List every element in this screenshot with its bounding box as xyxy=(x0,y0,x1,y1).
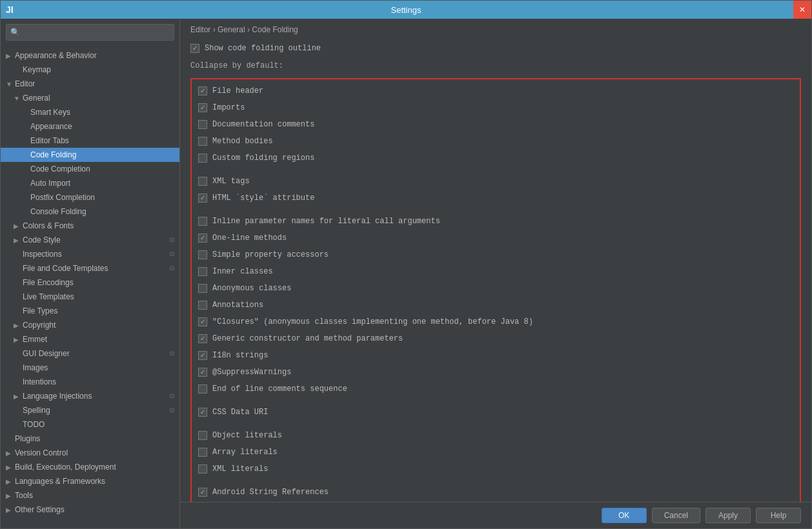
checkbox-file-header[interactable] xyxy=(198,86,207,95)
checkbox-xml-tags[interactable] xyxy=(198,177,207,186)
sidebar-item-build-exec-deploy[interactable]: ▶Build, Execution, Deployment xyxy=(1,460,179,474)
checkbox-xml-literals[interactable] xyxy=(198,464,207,474)
search-icon: 🔍 xyxy=(10,28,20,37)
checkbox-one-line-methods[interactable] xyxy=(198,234,207,243)
sidebar-item-appearance-behavior[interactable]: ▶Appearance & Behavior xyxy=(1,48,179,63)
sidebar-item-version-control[interactable]: ▶Version Control xyxy=(1,446,179,460)
checkbox-simple-property[interactable] xyxy=(198,250,207,259)
sidebar-item-keymap[interactable]: Keymap xyxy=(1,63,179,77)
search-box[interactable]: 🔍 xyxy=(6,24,174,41)
tree-arrow-icon: ▶ xyxy=(6,492,14,499)
option-row-doc-comments: Documentation comments xyxy=(198,118,793,131)
sidebar-item-postfix-completion[interactable]: Postfix Completion xyxy=(1,190,179,205)
sidebar-item-spelling[interactable]: Spelling⧉ xyxy=(1,403,179,417)
option-row-i18n-strings: I18n strings xyxy=(198,349,793,362)
sidebar-item-todo[interactable]: TODO xyxy=(1,417,179,432)
option-row-css-data-uri: CSS Data URI xyxy=(198,406,793,419)
checkbox-inner-classes[interactable] xyxy=(198,267,207,276)
sidebar-item-plugins[interactable]: Plugins xyxy=(1,432,179,446)
title-bar: JI Settings ✕ xyxy=(1,1,811,19)
sidebar-item-inspections[interactable]: Inspections⧉ xyxy=(1,247,179,261)
cancel-button[interactable]: Cancel xyxy=(652,508,700,523)
sidebar-item-file-code-templates[interactable]: File and Code Templates⧉ xyxy=(1,261,179,275)
checkbox-end-of-line[interactable] xyxy=(198,384,207,394)
sidebar-item-editor[interactable]: ▼Editor xyxy=(1,77,179,91)
sidebar-item-label: Plugins xyxy=(15,434,40,443)
option-row-array-literals: Array literals xyxy=(198,446,793,459)
sidebar-item-label: Emmet xyxy=(23,335,47,344)
checkbox-custom-folding[interactable] xyxy=(198,154,207,163)
sidebar-item-other-settings[interactable]: ▶Other Settings xyxy=(1,503,179,517)
checkbox-android-string-ref[interactable] xyxy=(198,488,207,497)
sidebar-item-file-encodings[interactable]: File Encodings xyxy=(1,275,179,290)
sidebar-item-appearance[interactable]: Appearance xyxy=(1,119,179,134)
ok-button[interactable]: OK xyxy=(602,508,647,523)
sidebar-item-console-folding[interactable]: Console Folding xyxy=(1,205,179,219)
sidebar-item-auto-import[interactable]: Auto Import xyxy=(1,176,179,190)
sidebar-item-general[interactable]: ▼General xyxy=(1,91,179,105)
sidebar-item-label: Smart Keys xyxy=(30,108,70,117)
checkbox-inline-param[interactable] xyxy=(198,217,207,226)
label-html-style: HTML `style` attribute xyxy=(212,194,314,203)
checkbox-doc-comments[interactable] xyxy=(198,120,207,129)
checkbox-annotations[interactable] xyxy=(198,301,207,310)
option-row-html-style: HTML `style` attribute xyxy=(198,192,793,205)
sidebar-item-label: Auto Import xyxy=(30,179,70,188)
sidebar-item-emmet[interactable]: ▶Emmet xyxy=(1,332,179,346)
checkbox-generic-constructor[interactable] xyxy=(198,334,207,343)
option-row-simple-property: Simple property accessors xyxy=(198,248,793,261)
sidebar-item-label: Code Completion xyxy=(30,165,90,174)
sidebar-item-language-injections[interactable]: ▶Language Injections⧉ xyxy=(1,389,179,403)
help-button[interactable]: Help xyxy=(756,508,801,523)
checkbox-i18n-strings[interactable] xyxy=(198,351,207,360)
content-area: Editor › General › Code Folding Show cod… xyxy=(180,19,811,528)
sidebar-item-code-folding[interactable]: Code Folding xyxy=(1,148,179,162)
option-row-closures: "Closures" (anonymous classes implementi… xyxy=(198,315,793,328)
sidebar-item-colors-fonts[interactable]: ▶Colors & Fonts xyxy=(1,219,179,233)
sidebar-item-label: Editor Tabs xyxy=(30,136,69,145)
collapse-label: Collapse by default: xyxy=(190,61,801,70)
breadcrumb: Editor › General › Code Folding xyxy=(180,19,811,38)
copy-icon: ⧉ xyxy=(170,350,174,357)
sidebar-item-label: Languages & Frameworks xyxy=(15,477,105,486)
sidebar-item-code-style[interactable]: ▶Code Style⧉ xyxy=(1,233,179,247)
label-closures: "Closures" (anonymous classes implementi… xyxy=(212,317,533,326)
checkbox-suppress-warnings[interactable] xyxy=(198,368,207,377)
checkbox-array-literals[interactable] xyxy=(198,448,207,457)
sidebar-item-live-templates[interactable]: Live Templates xyxy=(1,290,179,304)
spacer xyxy=(198,479,793,482)
checkbox-method-bodies[interactable] xyxy=(198,137,207,146)
label-i18n-strings: I18n strings xyxy=(212,351,268,360)
sidebar-item-gui-designer[interactable]: GUI Designer⧉ xyxy=(1,346,179,361)
sidebar-item-label: Live Templates xyxy=(23,292,74,301)
sidebar-item-tools[interactable]: ▶Tools xyxy=(1,488,179,503)
checkbox-anonymous-classes[interactable] xyxy=(198,284,207,293)
checkbox-imports[interactable] xyxy=(198,103,207,112)
tree-arrow-icon: ▶ xyxy=(6,464,14,471)
sidebar-item-code-completion[interactable]: Code Completion xyxy=(1,162,179,176)
checkbox-closures[interactable] xyxy=(198,317,207,326)
sidebar-item-languages-frameworks[interactable]: ▶Languages & Frameworks xyxy=(1,474,179,488)
copy-icon: ⧉ xyxy=(170,264,174,272)
checkbox-css-data-uri[interactable] xyxy=(198,408,207,417)
sidebar-item-intentions[interactable]: Intentions xyxy=(1,375,179,389)
sidebar-item-images[interactable]: Images xyxy=(1,361,179,375)
option-row-one-line-methods: One-line methods xyxy=(198,232,793,245)
sidebar-item-label: Code Style xyxy=(23,235,61,245)
show-folding-checkbox[interactable] xyxy=(190,44,199,53)
tree-arrow-icon: ▶ xyxy=(6,52,14,59)
label-doc-comments: Documentation comments xyxy=(212,120,314,129)
sidebar-item-smart-keys[interactable]: Smart Keys xyxy=(1,105,179,119)
apply-button[interactable]: Apply xyxy=(705,508,751,523)
main-content: 🔍 ▶Appearance & BehaviorKeymap▼Editor▼Ge… xyxy=(1,19,811,528)
close-button[interactable]: ✕ xyxy=(793,1,811,19)
sidebar-item-editor-tabs[interactable]: Editor Tabs xyxy=(1,134,179,148)
search-input[interactable] xyxy=(23,28,170,37)
sidebar-item-copyright[interactable]: ▶Copyright xyxy=(1,318,179,332)
label-xml-literals: XML literals xyxy=(212,464,268,474)
sidebar-item-file-types[interactable]: File Types xyxy=(1,304,179,318)
sidebar-item-label: Appearance xyxy=(30,122,72,131)
sidebar-item-label: Colors & Fonts xyxy=(23,221,74,230)
checkbox-object-literals[interactable] xyxy=(198,431,207,440)
checkbox-html-style[interactable] xyxy=(198,194,207,203)
